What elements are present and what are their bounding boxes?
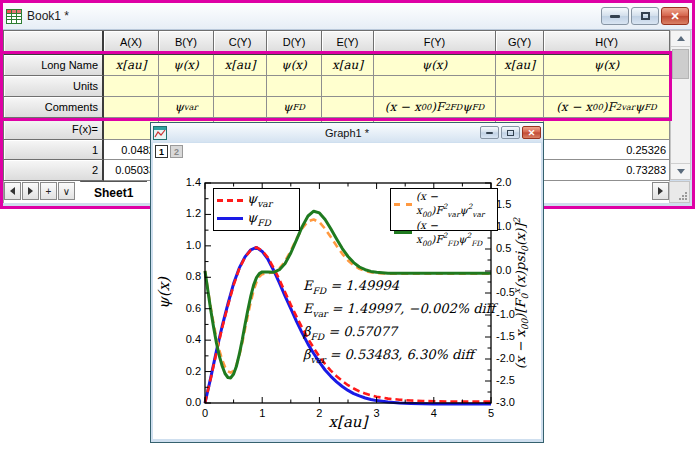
cell-comments[interactable]	[104, 97, 159, 118]
cell-long-name[interactable]: x[au]	[322, 55, 374, 76]
y-left-tick-label: 1.0	[167, 239, 201, 251]
y-right-tick-label: 0.0	[496, 264, 530, 276]
legend-psi[interactable]: ψvarψFD	[213, 188, 300, 231]
scrollbar-thumb[interactable]	[672, 49, 689, 79]
cell-units[interactable]	[322, 76, 374, 97]
cell-long-name[interactable]: ψ(x)	[159, 55, 214, 76]
y-right-tick-label: -2.0	[496, 352, 530, 364]
cell-long-name[interactable]: x[au]	[214, 55, 267, 76]
cell-comments[interactable]	[322, 97, 374, 118]
y-right-tick-label: 1.0	[496, 220, 530, 232]
annotation-line: EFD = 1.49994	[303, 277, 495, 300]
column-header-C[interactable]: C(Y)	[214, 31, 267, 55]
cell-long-name[interactable]: x[au]	[104, 55, 159, 76]
cell-long-name[interactable]: ψ(x)	[544, 55, 670, 76]
minimize-button[interactable]	[601, 7, 629, 25]
y-left-tick-label: 0.4	[167, 333, 201, 345]
y-left-tick-label: 0.2	[167, 365, 201, 377]
row-header-comments[interactable]: Comments	[4, 97, 104, 118]
legend-entry: ψvar	[217, 191, 296, 209]
close-button[interactable]: ✕	[661, 7, 689, 25]
row-header-1[interactable]: 1	[4, 140, 104, 160]
column-header-D[interactable]: D(Y)	[267, 31, 322, 55]
cell-long-name[interactable]: x[au]	[496, 55, 544, 76]
chevron-down-icon: ∨	[63, 186, 70, 197]
legend-line-sample	[217, 199, 243, 202]
column-header-A[interactable]: A(X)	[104, 31, 159, 55]
cell-comments[interactable]: (x − x00)F2varψFD	[544, 97, 670, 118]
scroll-down-button[interactable]	[671, 163, 690, 179]
cell-comments[interactable]: (x − x00)F2FDψFD	[374, 97, 496, 118]
row-header-units[interactable]: Units	[4, 76, 104, 97]
annotation-text[interactable]: EFD = 1.49994 Evar = 1.49997, −0.002% di…	[303, 277, 495, 369]
y-right-tick-label: 2.0	[496, 176, 530, 188]
y-right-tick-label: -1.5	[496, 330, 530, 342]
legend-entry: (x − x00)F2varψ2var	[394, 190, 494, 219]
cell-comments[interactable]	[496, 97, 544, 118]
cell-units[interactable]	[159, 76, 214, 97]
cell-units[interactable]	[104, 76, 159, 97]
hscroll-right-button[interactable]	[652, 182, 669, 200]
graph1-titlebar[interactable]: Graph1 * ✕	[151, 123, 543, 142]
cell-units[interactable]	[214, 76, 267, 97]
legend-label: (x − x00)F2varψ2var	[416, 190, 494, 219]
graph-minimize-button[interactable]	[480, 126, 499, 139]
scroll-up-button[interactable]	[671, 31, 690, 47]
sheet-cell[interactable]: 0.25326	[544, 140, 670, 160]
tab-scroll-right-button[interactable]	[22, 182, 39, 200]
column-header-E[interactable]: E(Y)	[322, 31, 374, 55]
book1-titlebar[interactable]: Book1 * ✕	[3, 3, 692, 30]
graph-page: 1 2 ψ(x) (x − x00)[F0x(x)psi0(x)]2 x[au]…	[153, 143, 541, 439]
arrow-right-icon	[658, 187, 663, 195]
x-tick-label: 4	[419, 407, 449, 419]
annotation-line: βFD = 0.57077	[303, 323, 495, 346]
cell-units[interactable]	[267, 76, 322, 97]
cell-comments[interactable]: ψvar	[159, 97, 214, 118]
resize-corner[interactable]	[669, 181, 690, 203]
tab-scroll-left-button[interactable]	[4, 182, 21, 200]
sheet-cell[interactable]: 0.73283	[544, 160, 670, 181]
restore-button[interactable]	[631, 7, 659, 25]
legend-f2[interactable]: (x − x00)F2varψ2var(x − x00)F2FDψ2FD	[390, 188, 498, 231]
column-header-B[interactable]: B(Y)	[159, 31, 214, 55]
annotation-line: βvar = 0.53483, 6.30% diff	[303, 346, 495, 369]
book1-title: Book1 *	[27, 9, 69, 23]
cell-long-name[interactable]: ψ(x)	[267, 55, 322, 76]
cell-units[interactable]	[544, 76, 670, 97]
row-header-fx[interactable]: F(x)=	[4, 118, 104, 140]
sheet-list-button[interactable]: ∨	[58, 182, 75, 200]
graph-close-button[interactable]: ✕	[522, 126, 541, 139]
column-header-H[interactable]: H(Y)	[544, 31, 670, 55]
add-sheet-button[interactable]: +	[40, 182, 57, 200]
y-left-tick-label: 1.2	[167, 207, 201, 219]
row-header-2[interactable]: 2	[4, 160, 104, 181]
legend-entry: (x − x00)F2FDψ2FD	[394, 219, 494, 248]
vertical-scrollbar[interactable]	[670, 30, 691, 180]
y-left-tick-label: 0.0	[167, 396, 201, 408]
cell-comments[interactable]: ψFD	[267, 97, 322, 118]
y-right-tick-label: -2.5	[496, 374, 530, 386]
legend-line-sample	[394, 203, 412, 206]
column-header-F[interactable]: F(Y)	[374, 31, 496, 55]
annotation-line: Evar = 1.49997, −0.002% diff	[303, 300, 495, 323]
x-tick-label: 1	[247, 407, 277, 419]
minimize-icon	[486, 132, 493, 134]
legend-entry: ψFD	[217, 210, 296, 228]
resize-grip-icon	[678, 191, 687, 200]
cell-long-name[interactable]: ψ(x)	[374, 55, 496, 76]
y-left-tick-label: 0.6	[167, 302, 201, 314]
cell-fx[interactable]	[544, 118, 670, 140]
arrow-up-icon	[677, 36, 685, 41]
graph-restore-button[interactable]	[501, 126, 520, 139]
y-left-axis-title[interactable]: ψ(x)	[155, 243, 173, 343]
cell-comments[interactable]	[214, 97, 267, 118]
corner-cell[interactable]	[4, 31, 104, 55]
arrow-down-icon	[677, 169, 685, 174]
sheet-tab-sheet1[interactable]: Sheet1	[80, 181, 147, 203]
cell-units[interactable]	[496, 76, 544, 97]
x-tick-label: 3	[362, 407, 392, 419]
row-header-long-name[interactable]: Long Name	[4, 55, 104, 76]
cell-units[interactable]	[374, 76, 496, 97]
y-right-tick-label: -0.5	[496, 286, 530, 298]
column-header-G[interactable]: G(Y)	[496, 31, 544, 55]
